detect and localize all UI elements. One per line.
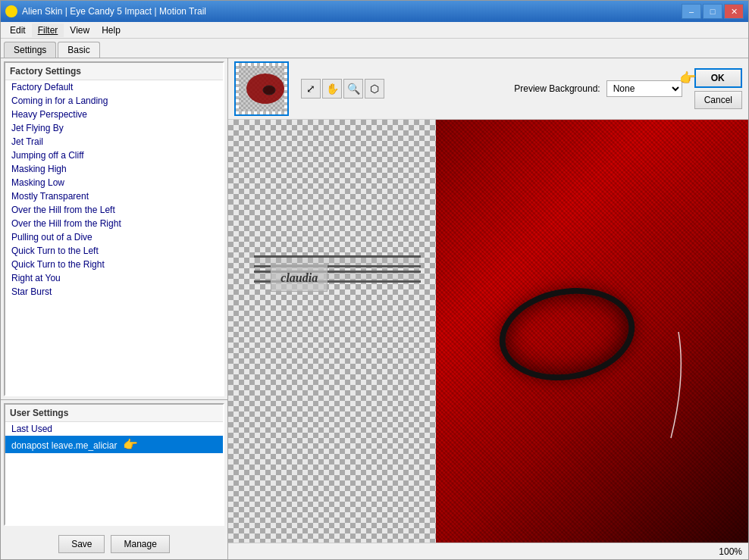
menu-filter[interactable]: Filter (32, 23, 64, 37)
main-window: Alien Skin | Eye Candy 5 Impact | Motion… (0, 0, 749, 560)
user-preset-item[interactable]: donapost leave.me_aliciar 👉 (5, 436, 223, 453)
watermark-container: claudia (254, 255, 421, 283)
user-section: User Settings Last Used donapost leave.m… (1, 400, 227, 529)
hand-arrow-icon: 👉 (123, 437, 138, 452)
left-panel: Factory Settings Factory Default Coming … (1, 58, 228, 559)
menu-view[interactable]: View (64, 23, 96, 37)
manage-button[interactable]: Manage (111, 535, 169, 553)
preview-thumbnail (234, 61, 289, 116)
app-icon (5, 5, 17, 17)
list-item[interactable]: Star Burst (5, 285, 223, 299)
preview-bg-label: Preview Background: (514, 83, 600, 94)
list-item[interactable]: Mostly Transparent (5, 189, 223, 203)
minimize-button[interactable]: – (682, 4, 701, 19)
tool-buttons: ⤢ ✋ 🔍 ⬡ (301, 79, 384, 99)
ok-button[interactable]: 👉 OK (694, 68, 742, 88)
main-content: Factory Settings Factory Default Coming … (1, 58, 748, 559)
thumb-image (236, 63, 287, 114)
ok-arrow-icon: 👉 (679, 70, 696, 86)
list-item[interactable]: Factory Default (5, 80, 223, 94)
title-controls: – □ ✕ (682, 4, 744, 19)
user-preset-label: donapost leave.me_aliciar (11, 440, 117, 451)
bottom-buttons: Save Manage (1, 529, 227, 559)
list-item[interactable]: Masking High (5, 162, 223, 176)
menu-bar: Edit Filter View Help (1, 22, 748, 39)
preset-list-container[interactable]: Factory Settings Factory Default Coming … (4, 61, 224, 396)
preview-area: claudia (228, 120, 748, 543)
menu-help[interactable]: Help (96, 23, 127, 37)
tab-bar: Settings Basic (1, 39, 748, 58)
list-item[interactable]: Over the Hill from the Right (5, 217, 223, 230)
user-list-header: User Settings (5, 405, 223, 422)
right-panel: ⤢ ✋ 🔍 ⬡ Preview Background: None White B… (228, 58, 748, 559)
preview-bg-select[interactable]: None White Black Custom (606, 80, 682, 97)
watermark-text: claudia (271, 264, 327, 292)
list-item[interactable]: Heavy Perspective (5, 108, 223, 121)
menu-edit[interactable]: Edit (4, 23, 32, 37)
ok-cancel-group: 👉 OK Cancel (694, 68, 742, 109)
list-item[interactable]: Over the Hill from the Left (5, 203, 223, 217)
list-item[interactable]: Quick Turn to the Right (5, 258, 223, 271)
thumb-svg (239, 66, 284, 111)
close-button[interactable]: ✕ (724, 4, 744, 19)
list-item[interactable]: Jumping off a Cliff (5, 149, 223, 162)
tab-basic[interactable]: Basic (58, 42, 99, 58)
window-title: Alien Skin | Eye Candy 5 Impact | Motion… (22, 6, 206, 17)
title-bar-left: Alien Skin | Eye Candy 5 Impact | Motion… (5, 5, 206, 17)
list-item[interactable]: Pulling out of a Dive (5, 230, 223, 244)
ok-label: OK (711, 73, 725, 83)
last-used-item[interactable]: Last Used (5, 422, 223, 436)
cancel-button[interactable]: Cancel (694, 91, 742, 109)
user-list-container[interactable]: User Settings Last Used donapost leave.m… (4, 403, 224, 526)
title-bar: Alien Skin | Eye Candy 5 Impact | Motion… (1, 1, 748, 22)
list-item[interactable]: Quick Turn to the Left (5, 244, 223, 258)
preset-section: Factory Settings Factory Default Coming … (1, 58, 227, 400)
maximize-button[interactable]: □ (703, 4, 722, 19)
top-toolbar: ⤢ ✋ 🔍 ⬡ Preview Background: None White B… (228, 58, 748, 120)
svg-point-5 (263, 86, 275, 95)
preset-list-header: Factory Settings (5, 63, 223, 80)
zoom-level: 100% (719, 546, 742, 557)
pan-button[interactable]: ✋ (322, 79, 342, 99)
select-button[interactable]: ⬡ (365, 79, 384, 99)
fabric-image (436, 120, 748, 543)
list-item[interactable]: Jet Flying By (5, 121, 223, 135)
save-button[interactable]: Save (58, 535, 105, 553)
status-bar: 100% (228, 543, 748, 559)
zoom-fit-button[interactable]: ⤢ (301, 79, 321, 99)
tab-settings[interactable]: Settings (4, 42, 56, 58)
list-item[interactable]: Coming in for a Landing (5, 94, 223, 108)
list-item[interactable]: Right at You (5, 271, 223, 285)
list-item[interactable]: Jet Trail (5, 135, 223, 149)
zoom-in-button[interactable]: 🔍 (343, 79, 363, 99)
list-item[interactable]: Masking Low (5, 176, 223, 189)
